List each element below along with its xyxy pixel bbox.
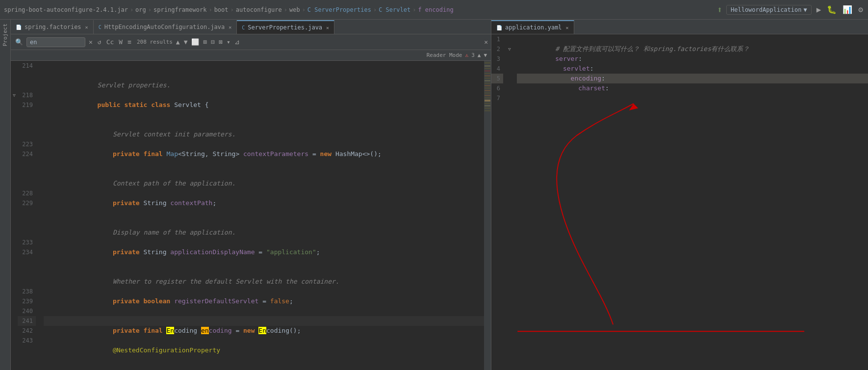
left-editor: 📄 spring.factories ✕ C HttpEncodingAutoC… <box>11 20 491 370</box>
code-line-context-cmt: Servlet context init parameters. <box>44 120 484 130</box>
bc-serverproperties[interactable]: C ServerProperties <box>307 6 371 13</box>
right-line-numbers: 1 2 3 4 5 6 7 <box>491 34 506 370</box>
spring-factories-icon: 📄 <box>16 25 22 30</box>
code-line-240: @NestedConfigurationProperty <box>44 306 484 316</box>
yaml-icon: 📄 <box>496 25 502 30</box>
search-input[interactable] <box>26 37 85 47</box>
code-line-214 <box>44 61 484 71</box>
yaml-tab-close[interactable]: ✕ <box>566 25 569 30</box>
code-line-register-cmt: Whether to register the default Servlet … <box>44 267 484 277</box>
run-config-dropdown[interactable]: HellowordApplication ▼ <box>726 5 812 15</box>
gutter-fold: ▽ <box>11 61 18 370</box>
bc-jar[interactable]: spring-boot-autoconfigure-2.4.1.jar <box>4 6 128 13</box>
breadcrumb: spring-boot-autoconfigure-2.4.1.jar › or… <box>4 6 717 13</box>
code-line-empty5 <box>44 179 484 188</box>
clear-search-icon[interactable]: ✕ <box>87 38 94 46</box>
code-line-empty3 <box>44 130 484 139</box>
code-line-empty7 <box>44 228 484 238</box>
line-numbers: 214 218 219 223 224 228 229 233 234 <box>18 61 40 370</box>
right-code-content[interactable]: # 配置文件到底可以写什么？ 和spring.factories有什么联系？ s… <box>513 34 868 370</box>
project-tab[interactable]: Project <box>1 22 9 48</box>
reader-mode-bar: Reader Mode ⚠ 3 ▲ ▼ <box>11 50 491 61</box>
httpencoding-icon: C <box>99 25 102 30</box>
debug-icon[interactable]: 🐛 <box>826 4 838 15</box>
word-search-icon[interactable]: W <box>117 38 124 46</box>
yaml-line-3: servlet: <box>517 54 868 64</box>
code-line-empty6 <box>44 208 484 218</box>
bc-springframework[interactable]: springframework <box>153 6 206 13</box>
right-editor: 📄 application.yaml ✕ 1 2 3 4 5 6 7 ▽ <box>491 20 868 370</box>
tab-serverproperties-close[interactable]: ✕ <box>326 25 329 30</box>
bc-encoding[interactable]: f encoding <box>418 6 453 13</box>
code-line-229 <box>44 198 484 208</box>
tab-httpencoding-close[interactable]: ✕ <box>229 25 231 30</box>
code-line-224 <box>44 149 484 159</box>
code-line-223: private final Map<String, String> contex… <box>44 139 484 149</box>
search-filter2-icon[interactable]: ⊟ <box>209 38 216 46</box>
tab-spring-factories[interactable]: 📄 spring.factories ✕ <box>11 20 94 34</box>
code-line-233: private String applicationDisplayName = … <box>44 238 484 247</box>
search-icon[interactable]: 🔍 <box>14 38 25 46</box>
tab-application-yaml[interactable]: 📄 application.yaml ✕ <box>491 20 574 34</box>
collapse-reader-icon[interactable]: ▲ <box>478 52 481 58</box>
dropdown-arrow-icon: ▼ <box>803 6 807 13</box>
code-line-239 <box>44 296 484 306</box>
search-results-count: 208 results <box>137 39 173 45</box>
search-bar: 🔍 ✕ ↺ Cc W ≡ 208 results ▲ ▼ ⬜ ⊞ ⊟ ⊠ ▾ ⊿… <box>11 34 491 50</box>
fold-icon-server[interactable]: ▽ <box>508 47 511 52</box>
run-config-label: HellowordApplication <box>731 6 802 13</box>
code-line-empty9 <box>44 277 484 287</box>
bc-autoconfigure[interactable]: autoconfigure <box>236 6 282 13</box>
bc-servlet[interactable]: C Servlet <box>379 6 410 13</box>
top-bar: spring-boot-autoconfigure-2.4.1.jar › or… <box>0 0 868 20</box>
code-line-218: public static class Servlet { <box>44 90 484 100</box>
line-num-5-yaml: 5 <box>491 74 503 83</box>
reader-mode-label[interactable]: Reader Mode <box>427 52 462 58</box>
search-filter3-icon[interactable]: ⊿ <box>233 38 241 46</box>
tab-serverproperties[interactable]: C ServerProperties.java ✕ <box>237 20 334 34</box>
code-line-241: private final Encoding encoding = new En… <box>44 316 484 326</box>
code-scrollbar[interactable] <box>484 61 491 370</box>
search-expand-icon[interactable]: ⬜ <box>190 38 201 46</box>
yaml-line-6 <box>517 83 868 93</box>
yaml-tab-label: application.yaml <box>505 24 562 31</box>
regex-search-icon[interactable]: ↺ <box>96 38 103 46</box>
code-line-219 <box>44 100 484 110</box>
yaml-line-2: server: <box>517 44 868 54</box>
fold-icon-218[interactable]: ▽ <box>13 93 15 98</box>
error-indicator: ⚠ <box>465 52 469 58</box>
bc-web[interactable]: web <box>289 6 300 13</box>
settings-icon[interactable]: ⚙ <box>857 4 864 15</box>
profile-icon[interactable]: 📊 <box>842 4 853 15</box>
tab-httpencoding[interactable]: C HttpEncodingAutoConfiguration.java ✕ <box>94 20 237 34</box>
search-next-icon[interactable]: ▼ <box>182 38 189 46</box>
code-content[interactable]: Servlet properties. public static class … <box>40 61 484 370</box>
bc-org[interactable]: org <box>135 6 146 13</box>
nav-back-icon[interactable]: ⬆ <box>717 4 722 15</box>
yaml-line-4: encoding: <box>517 64 868 74</box>
code-line-empty4 <box>44 159 484 169</box>
yaml-line-5: charset: <box>517 74 868 83</box>
more-search-icon[interactable]: ≡ <box>126 38 133 46</box>
right-code-area: 1 2 3 4 5 6 7 ▽ <box>491 34 868 370</box>
code-line-empty8 <box>44 257 484 267</box>
code-line-comment-servlet: Servlet properties. <box>44 71 484 80</box>
bc-boot[interactable]: boot <box>214 6 229 13</box>
right-tab-bar: 📄 application.yaml ✕ <box>491 20 868 34</box>
search-funnel-icon[interactable]: ⊠ <box>217 38 224 46</box>
code-line-228: private String contextPath; <box>44 188 484 198</box>
search-prev-icon[interactable]: ▲ <box>175 38 181 46</box>
run-icon[interactable]: ▶ <box>816 4 822 15</box>
search-close-icon[interactable]: ✕ <box>484 38 488 46</box>
expand-reader-icon[interactable]: ▼ <box>484 52 487 58</box>
tab-spring-factories-close[interactable]: ✕ <box>85 25 88 30</box>
code-line-243: @NestedConfigurationProperty <box>44 336 484 345</box>
error-count: 3 <box>471 52 475 58</box>
case-sensitive-icon[interactable]: Cc <box>105 38 116 46</box>
search-options-icon[interactable]: ▾ <box>225 38 232 46</box>
code-line-display-cmt: Display name of the application. <box>44 218 484 228</box>
top-right-toolbar: ⬆ HellowordApplication ▼ ▶ 🐛 📊 ⚙ <box>717 4 864 15</box>
yaml-line-7 <box>517 93 868 103</box>
search-filter-icon[interactable]: ⊞ <box>202 38 208 46</box>
code-line-ctx-cmt: Context path of the application. <box>44 169 484 179</box>
